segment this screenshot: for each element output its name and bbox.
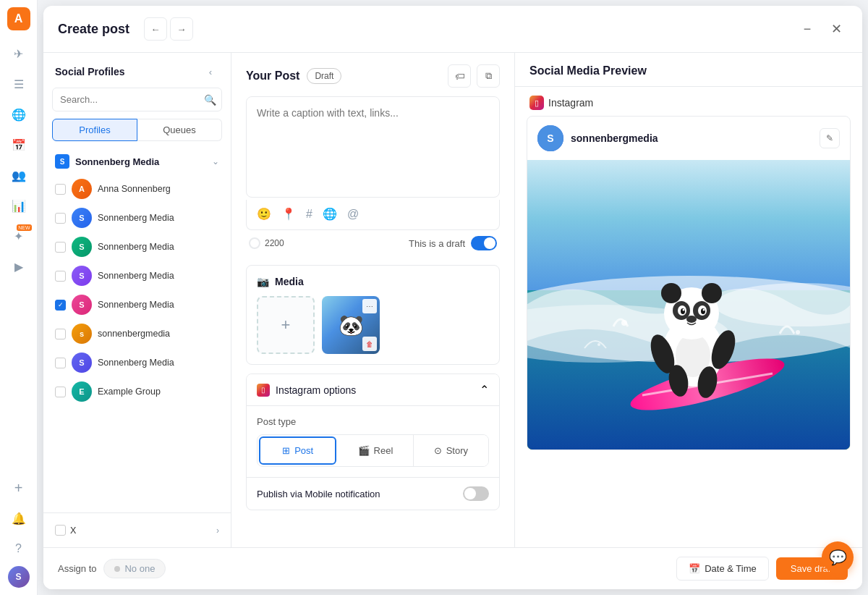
options-collapse-icon: ⌃ bbox=[480, 383, 489, 397]
date-time-button[interactable]: 📅 Date & Time bbox=[676, 557, 769, 581]
minimize-button[interactable]: − bbox=[796, 17, 819, 41]
close-button[interactable]: ✕ bbox=[825, 17, 848, 41]
story-icon: ⊙ bbox=[434, 445, 442, 456]
tab-profiles[interactable]: Profiles bbox=[52, 119, 137, 141]
post-type-post-label: Post bbox=[294, 445, 313, 456]
add-icon[interactable]: + bbox=[6, 475, 32, 501]
profile-name: Sonnenberg Media bbox=[98, 271, 219, 281]
modal-footer: Assign to No one 📅 Date & Time Save draf… bbox=[43, 547, 862, 589]
publish-mobile-toggle[interactable] bbox=[463, 486, 489, 501]
profile-name: Sonnenberg Media bbox=[98, 358, 219, 368]
assign-to-section: Assign to No one bbox=[58, 559, 166, 578]
brand-name: Sonnenberg Media bbox=[75, 156, 206, 167]
globe-icon[interactable]: 🌐 bbox=[323, 207, 337, 221]
inbox-icon[interactable]: ☰ bbox=[6, 71, 32, 97]
profile-checkbox-2[interactable] bbox=[55, 213, 66, 224]
profile-name: Sonnenberg Media bbox=[98, 300, 219, 310]
media-section: 📷 Media + 🐼 ⋯ 🗑 bbox=[246, 265, 500, 365]
preview-header: Social Media Preview bbox=[515, 53, 862, 87]
profile-checkbox-6[interactable] bbox=[55, 329, 66, 339]
caption-toolbar: 🙂 📍 # 🌐 @ bbox=[246, 200, 500, 230]
publish-mobile-label: Publish via Mobile notification bbox=[257, 489, 380, 499]
app-logo[interactable]: A bbox=[7, 7, 30, 30]
media-thumb-overlay: ⋯ bbox=[322, 296, 380, 316]
avatar: S bbox=[72, 353, 92, 373]
brand-chevron-icon: ⌄ bbox=[212, 156, 219, 166]
copy-button[interactable]: ⧉ bbox=[477, 64, 500, 88]
list-item[interactable]: S Sonnenberg Media bbox=[52, 232, 222, 261]
analytics-icon[interactable]: 📊 bbox=[6, 193, 32, 219]
profiles-list: S Sonnenberg Media ⌄ A Anna Sonnenberg S… bbox=[43, 148, 231, 512]
list-item[interactable]: S Sonnenberg Media bbox=[52, 348, 222, 377]
emoji-icon[interactable]: 🙂 bbox=[257, 207, 271, 221]
brand-header[interactable]: S Sonnenberg Media ⌄ bbox=[52, 148, 222, 174]
mention-icon[interactable]: @ bbox=[347, 208, 359, 221]
profile-checkbox-5[interactable] bbox=[55, 300, 66, 311]
post-type-story-label: Story bbox=[446, 445, 468, 456]
profile-name: sonnenbergmedia bbox=[98, 329, 219, 339]
preview-content: S sonnenbergmedia ✎ bbox=[515, 116, 862, 547]
media-thumbnail[interactable]: 🐼 ⋯ 🗑 bbox=[322, 296, 380, 354]
assign-to-input[interactable]: No one bbox=[103, 559, 166, 578]
video-icon[interactable]: ▶ bbox=[6, 253, 32, 279]
chat-fab-button[interactable]: 💬 bbox=[822, 541, 854, 573]
tab-queues[interactable]: Queues bbox=[137, 119, 222, 141]
list-item[interactable]: S Sonnenberg Media bbox=[52, 261, 222, 290]
list-item[interactable]: A Anna Sonnenberg bbox=[52, 174, 222, 203]
forward-button[interactable]: → bbox=[170, 17, 193, 41]
post-type-label: Post type bbox=[257, 416, 489, 427]
modal-title: Create post bbox=[58, 22, 129, 37]
profiles-footer: X › bbox=[43, 512, 231, 547]
new-feature-icon[interactable]: ✦ bbox=[6, 223, 32, 249]
back-button[interactable]: ← bbox=[144, 17, 167, 41]
publish-mobile-row: Publish via Mobile notification bbox=[247, 477, 499, 510]
list-item[interactable]: E Example Group bbox=[52, 377, 222, 406]
avatar: s bbox=[72, 324, 92, 344]
location-icon[interactable]: 📍 bbox=[281, 207, 296, 221]
options-body: Post type ⊞ Post 🎬 Reel ⊙ bbox=[247, 405, 499, 477]
add-group-row[interactable]: X › bbox=[52, 520, 222, 540]
collapse-profiles-button[interactable]: ‹ bbox=[202, 63, 219, 80]
globe-icon[interactable]: 🌐 bbox=[6, 101, 32, 127]
assign-dot bbox=[114, 566, 120, 572]
list-item[interactable]: S Sonnenberg Media bbox=[52, 203, 222, 232]
search-input[interactable] bbox=[52, 88, 222, 111]
list-item[interactable]: s sonnenbergmedia bbox=[52, 319, 222, 348]
avatar: S bbox=[72, 208, 92, 228]
preview-title: Social Media Preview bbox=[529, 64, 647, 77]
send-icon[interactable]: ✈ bbox=[6, 41, 32, 67]
instagram-options-header[interactable]: ▯ Instagram options ⌃ bbox=[247, 374, 499, 405]
media-header: 📷 Media bbox=[257, 276, 489, 287]
svg-point-16 bbox=[661, 283, 681, 303]
instagram-options-title: ▯ Instagram options bbox=[257, 384, 356, 397]
preview-avatar: S bbox=[537, 125, 563, 151]
draft-toggle-switch[interactable] bbox=[471, 236, 497, 250]
profile-checkbox-4[interactable] bbox=[55, 271, 66, 282]
post-type-buttons: ⊞ Post 🎬 Reel ⊙ Story bbox=[257, 434, 489, 467]
notification-icon[interactable]: 🔔 bbox=[6, 505, 32, 531]
post-editor-panel: Your Post Draft 🏷 ⧉ 🙂 📍 # 🌐 @ bbox=[231, 53, 515, 547]
post-type-story-button[interactable]: ⊙ Story bbox=[414, 435, 488, 466]
tag-button[interactable]: 🏷 bbox=[448, 64, 471, 88]
svg-point-17 bbox=[702, 283, 722, 303]
post-type-post-button[interactable]: ⊞ Post bbox=[259, 436, 336, 465]
media-delete-button[interactable]: 🗑 bbox=[362, 337, 377, 351]
calendar-icon[interactable]: 📅 bbox=[6, 132, 32, 158]
profile-checkbox-1[interactable] bbox=[55, 184, 66, 195]
list-item[interactable]: S Sonnenberg Media bbox=[52, 290, 222, 319]
preview-edit-button[interactable]: ✎ bbox=[820, 128, 840, 148]
help-icon[interactable]: ? bbox=[6, 536, 32, 562]
add-media-button[interactable]: + bbox=[257, 296, 315, 354]
media-more-button[interactable]: ⋯ bbox=[362, 299, 377, 313]
hashtag-icon[interactable]: # bbox=[306, 208, 312, 221]
profile-checkbox-7[interactable] bbox=[55, 358, 66, 368]
users-icon[interactable]: 👥 bbox=[6, 162, 32, 188]
user-avatar[interactable]: S bbox=[8, 566, 30, 588]
reel-icon: 🎬 bbox=[358, 445, 370, 456]
profile-checkbox-8[interactable] bbox=[55, 387, 66, 397]
profile-checkbox-3[interactable] bbox=[55, 242, 66, 253]
post-type-reel-button[interactable]: 🎬 Reel bbox=[338, 435, 413, 466]
create-post-modal: Create post ← → − ✕ Social Profiles ‹ 🔍 … bbox=[43, 6, 862, 589]
caption-input[interactable] bbox=[246, 96, 500, 198]
add-group-checkbox[interactable] bbox=[55, 525, 66, 536]
